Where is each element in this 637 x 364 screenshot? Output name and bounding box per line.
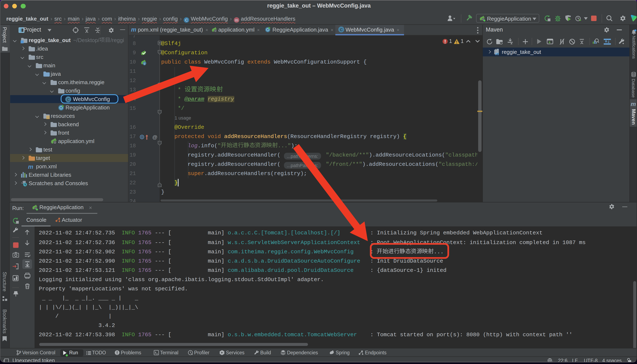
svg-text:C: C — [67, 97, 70, 102]
svg-text:c: c — [144, 62, 145, 65]
svg-text:m: m — [495, 51, 499, 56]
svg-text:C: C — [340, 27, 342, 32]
